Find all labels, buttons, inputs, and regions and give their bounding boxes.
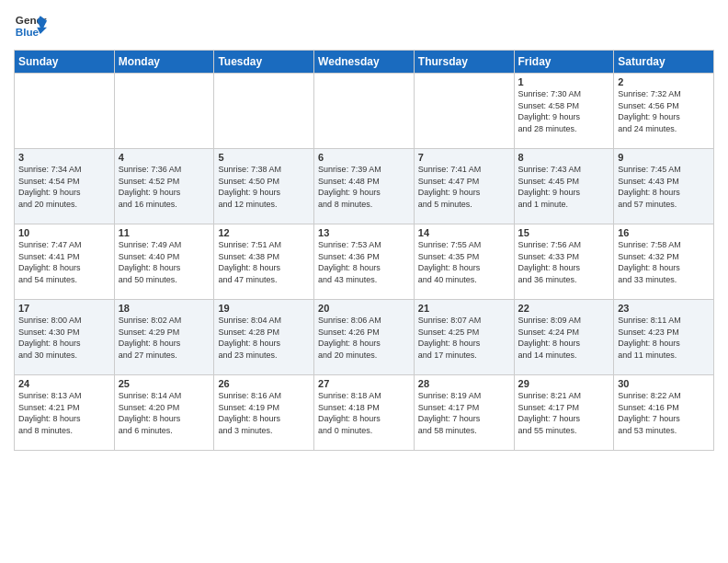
day-info: Sunrise: 8:02 AM Sunset: 4:29 PM Dayligh… bbox=[119, 315, 210, 361]
page-container: General Blue SundayMondayTuesdayWednesda… bbox=[0, 0, 728, 455]
day-info: Sunrise: 8:09 AM Sunset: 4:24 PM Dayligh… bbox=[518, 315, 610, 361]
day-info: Sunrise: 7:55 AM Sunset: 4:35 PM Dayligh… bbox=[418, 239, 510, 285]
calendar-cell: 29Sunrise: 8:21 AM Sunset: 4:17 PM Dayli… bbox=[514, 375, 614, 451]
day-number: 23 bbox=[618, 303, 710, 314]
calendar-cell: 6Sunrise: 7:39 AM Sunset: 4:48 PM Daylig… bbox=[314, 149, 415, 224]
day-info: Sunrise: 7:47 AM Sunset: 4:41 PM Dayligh… bbox=[18, 239, 110, 285]
calendar-cell: 18Sunrise: 8:02 AM Sunset: 4:29 PM Dayli… bbox=[114, 300, 214, 375]
calendar-cell: 30Sunrise: 8:22 AM Sunset: 4:16 PM Dayli… bbox=[614, 375, 714, 451]
calendar-cell: 13Sunrise: 7:53 AM Sunset: 4:36 PM Dayli… bbox=[314, 224, 415, 300]
column-header-wednesday: Wednesday bbox=[314, 51, 415, 74]
day-info: Sunrise: 7:39 AM Sunset: 4:48 PM Dayligh… bbox=[318, 164, 410, 210]
column-header-tuesday: Tuesday bbox=[214, 51, 314, 74]
day-info: Sunrise: 8:04 AM Sunset: 4:28 PM Dayligh… bbox=[218, 315, 310, 361]
day-number: 20 bbox=[318, 303, 410, 314]
day-number: 13 bbox=[318, 227, 410, 238]
calendar-cell: 1Sunrise: 7:30 AM Sunset: 4:58 PM Daylig… bbox=[514, 74, 614, 149]
day-number: 21 bbox=[418, 303, 510, 314]
calendar-table: SundayMondayTuesdayWednesdayThursdayFrid… bbox=[14, 50, 714, 451]
day-info: Sunrise: 8:06 AM Sunset: 4:26 PM Dayligh… bbox=[318, 315, 410, 361]
day-info: Sunrise: 7:30 AM Sunset: 4:58 PM Dayligh… bbox=[518, 88, 610, 134]
day-info: Sunrise: 7:36 AM Sunset: 4:52 PM Dayligh… bbox=[119, 164, 210, 210]
day-info: Sunrise: 8:19 AM Sunset: 4:17 PM Dayligh… bbox=[418, 390, 510, 436]
column-header-sunday: Sunday bbox=[15, 51, 115, 74]
day-info: Sunrise: 7:32 AM Sunset: 4:56 PM Dayligh… bbox=[618, 88, 710, 134]
day-number: 3 bbox=[18, 152, 110, 163]
day-info: Sunrise: 8:14 AM Sunset: 4:20 PM Dayligh… bbox=[119, 390, 210, 436]
day-info: Sunrise: 7:43 AM Sunset: 4:45 PM Dayligh… bbox=[518, 164, 610, 210]
day-info: Sunrise: 7:45 AM Sunset: 4:43 PM Dayligh… bbox=[618, 164, 710, 210]
day-info: Sunrise: 7:56 AM Sunset: 4:33 PM Dayligh… bbox=[518, 239, 610, 285]
day-info: Sunrise: 8:00 AM Sunset: 4:30 PM Dayligh… bbox=[18, 315, 110, 361]
day-number: 10 bbox=[18, 227, 110, 238]
svg-text:Blue: Blue bbox=[16, 26, 40, 38]
day-number: 30 bbox=[618, 378, 710, 389]
day-number: 26 bbox=[218, 378, 310, 389]
calendar-cell: 26Sunrise: 8:16 AM Sunset: 4:19 PM Dayli… bbox=[214, 375, 314, 451]
calendar-week-row: 10Sunrise: 7:47 AM Sunset: 4:41 PM Dayli… bbox=[15, 224, 714, 300]
day-number: 11 bbox=[119, 227, 210, 238]
day-number: 29 bbox=[518, 378, 610, 389]
day-info: Sunrise: 8:16 AM Sunset: 4:19 PM Dayligh… bbox=[218, 390, 310, 436]
day-number: 12 bbox=[218, 227, 310, 238]
day-number: 4 bbox=[119, 152, 210, 163]
day-number: 25 bbox=[119, 378, 210, 389]
day-info: Sunrise: 7:51 AM Sunset: 4:38 PM Dayligh… bbox=[218, 239, 310, 285]
logo: General Blue bbox=[14, 9, 47, 42]
day-number: 6 bbox=[318, 152, 410, 163]
column-header-friday: Friday bbox=[514, 51, 614, 74]
calendar-cell: 21Sunrise: 8:07 AM Sunset: 4:25 PM Dayli… bbox=[414, 300, 514, 375]
calendar-cell: 17Sunrise: 8:00 AM Sunset: 4:30 PM Dayli… bbox=[15, 300, 115, 375]
calendar-cell: 24Sunrise: 8:13 AM Sunset: 4:21 PM Dayli… bbox=[15, 375, 115, 451]
day-number: 22 bbox=[518, 303, 610, 314]
logo-icon: General Blue bbox=[14, 9, 47, 42]
column-header-saturday: Saturday bbox=[614, 51, 714, 74]
calendar-cell bbox=[15, 74, 115, 149]
day-number: 15 bbox=[518, 227, 610, 238]
calendar-cell: 3Sunrise: 7:34 AM Sunset: 4:54 PM Daylig… bbox=[15, 149, 115, 224]
calendar-cell bbox=[214, 74, 314, 149]
day-number: 2 bbox=[618, 76, 710, 87]
calendar-week-row: 17Sunrise: 8:00 AM Sunset: 4:30 PM Dayli… bbox=[15, 300, 714, 375]
calendar-cell: 20Sunrise: 8:06 AM Sunset: 4:26 PM Dayli… bbox=[314, 300, 415, 375]
calendar-cell bbox=[114, 74, 214, 149]
calendar-cell: 28Sunrise: 8:19 AM Sunset: 4:17 PM Dayli… bbox=[414, 375, 514, 451]
day-info: Sunrise: 8:11 AM Sunset: 4:23 PM Dayligh… bbox=[618, 315, 710, 361]
calendar-cell: 11Sunrise: 7:49 AM Sunset: 4:40 PM Dayli… bbox=[114, 224, 214, 300]
day-info: Sunrise: 7:41 AM Sunset: 4:47 PM Dayligh… bbox=[418, 164, 510, 210]
calendar-header-row: SundayMondayTuesdayWednesdayThursdayFrid… bbox=[15, 51, 714, 74]
calendar-week-row: 24Sunrise: 8:13 AM Sunset: 4:21 PM Dayli… bbox=[15, 375, 714, 451]
day-number: 8 bbox=[518, 152, 610, 163]
day-info: Sunrise: 8:18 AM Sunset: 4:18 PM Dayligh… bbox=[318, 390, 410, 436]
calendar-cell: 14Sunrise: 7:55 AM Sunset: 4:35 PM Dayli… bbox=[414, 224, 514, 300]
day-info: Sunrise: 8:13 AM Sunset: 4:21 PM Dayligh… bbox=[18, 390, 110, 436]
day-number: 9 bbox=[618, 152, 710, 163]
calendar-cell bbox=[314, 74, 415, 149]
calendar-cell: 10Sunrise: 7:47 AM Sunset: 4:41 PM Dayli… bbox=[15, 224, 115, 300]
day-number: 19 bbox=[218, 303, 310, 314]
calendar-cell: 23Sunrise: 8:11 AM Sunset: 4:23 PM Dayli… bbox=[614, 300, 714, 375]
calendar-cell: 5Sunrise: 7:38 AM Sunset: 4:50 PM Daylig… bbox=[214, 149, 314, 224]
day-info: Sunrise: 7:49 AM Sunset: 4:40 PM Dayligh… bbox=[119, 239, 210, 285]
calendar-week-row: 3Sunrise: 7:34 AM Sunset: 4:54 PM Daylig… bbox=[15, 149, 714, 224]
calendar-cell: 27Sunrise: 8:18 AM Sunset: 4:18 PM Dayli… bbox=[314, 375, 415, 451]
calendar-cell: 8Sunrise: 7:43 AM Sunset: 4:45 PM Daylig… bbox=[514, 149, 614, 224]
calendar-cell: 4Sunrise: 7:36 AM Sunset: 4:52 PM Daylig… bbox=[114, 149, 214, 224]
day-info: Sunrise: 8:21 AM Sunset: 4:17 PM Dayligh… bbox=[518, 390, 610, 436]
day-info: Sunrise: 8:22 AM Sunset: 4:16 PM Dayligh… bbox=[618, 390, 710, 436]
calendar-cell: 7Sunrise: 7:41 AM Sunset: 4:47 PM Daylig… bbox=[414, 149, 514, 224]
day-number: 28 bbox=[418, 378, 510, 389]
day-info: Sunrise: 7:34 AM Sunset: 4:54 PM Dayligh… bbox=[18, 164, 110, 210]
calendar-week-row: 1Sunrise: 7:30 AM Sunset: 4:58 PM Daylig… bbox=[15, 74, 714, 149]
calendar-cell: 15Sunrise: 7:56 AM Sunset: 4:33 PM Dayli… bbox=[514, 224, 614, 300]
day-number: 5 bbox=[218, 152, 310, 163]
day-number: 27 bbox=[318, 378, 410, 389]
column-header-monday: Monday bbox=[114, 51, 214, 74]
header: General Blue bbox=[14, 9, 714, 42]
day-info: Sunrise: 7:53 AM Sunset: 4:36 PM Dayligh… bbox=[318, 239, 410, 285]
calendar-cell bbox=[414, 74, 514, 149]
calendar-cell: 2Sunrise: 7:32 AM Sunset: 4:56 PM Daylig… bbox=[614, 74, 714, 149]
day-number: 14 bbox=[418, 227, 510, 238]
day-number: 7 bbox=[418, 152, 510, 163]
calendar-cell: 9Sunrise: 7:45 AM Sunset: 4:43 PM Daylig… bbox=[614, 149, 714, 224]
